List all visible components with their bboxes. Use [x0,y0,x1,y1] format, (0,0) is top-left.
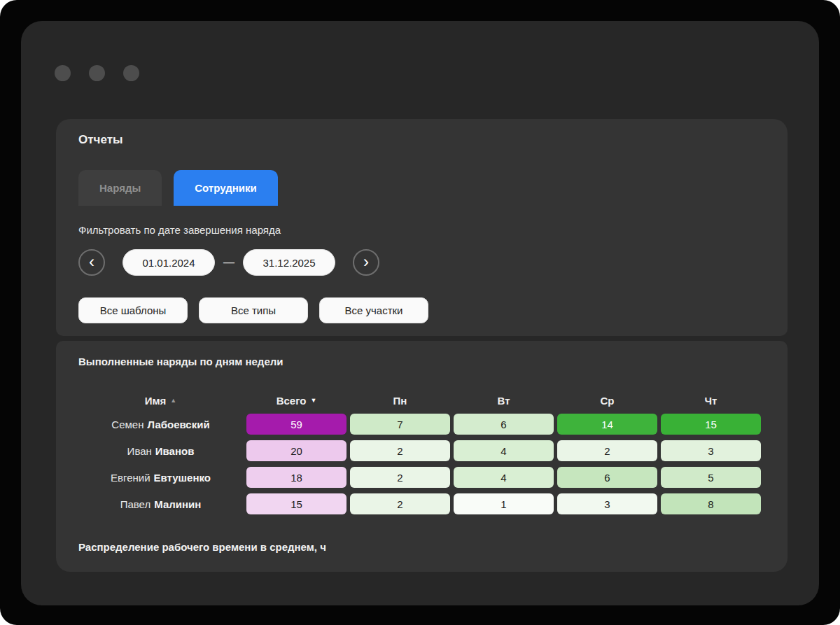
page-background: Отчеты Наряды Сотрудники Фильтровать по … [0,0,840,625]
employee-first-name: Евгений [111,472,150,484]
heatmap-cell: 2 [350,467,450,488]
employee-last-name: Иванов [155,445,195,457]
date-range-controls: ‹ 01.01.2024 — 31.12.2025 › [78,249,379,276]
date-from-button[interactable]: 01.01.2024 [122,249,215,276]
heatmap-cell: 6 [557,467,657,488]
heatmap-cell: 3 [557,493,657,514]
tab-orders[interactable]: Наряды [78,170,162,206]
column-header-total[interactable]: Всего ▼ [246,393,346,408]
heatmap-cell: 18 [246,467,346,488]
employee-name: Семен Лабоевский [78,414,243,435]
date-range-separator: — [223,256,234,269]
weekday-section-title: Выполненные наряды по дням недели [78,356,284,367]
tab-employees[interactable]: Сотрудники [174,170,277,206]
employee-first-name: Семен [111,419,144,430]
time-distribution-title: Распределение рабочего времени в среднем… [78,541,326,553]
column-header-total-label: Всего [276,395,307,407]
heatmap-cell: 15 [246,493,346,514]
next-period-button[interactable]: › [353,249,379,276]
heatmap-cell: 2 [350,493,450,514]
employee-last-name: Лабоевский [147,419,209,430]
heatmap-cell: 4 [454,467,554,488]
employee-name: Павел Малинин [78,493,243,514]
column-header-tue: Вт [454,393,554,408]
employee-name: Иван Иванов [78,440,243,461]
prev-period-button[interactable]: ‹ [78,249,105,276]
heatmap-cell: 2 [557,440,657,461]
employee-first-name: Иван [127,445,152,457]
heatmap-cell: 59 [246,414,346,435]
weekday-heatmap-table: Имя ▲ Всего ▼ Пн Вт Ср Чт Семен Лабоевск… [78,393,761,514]
page-title: Отчеты [78,133,123,147]
heatmap-cell: 14 [557,414,657,435]
date-filter-label: Фильтровать по дате завершения наряда [78,224,281,236]
filter-dropdowns: Все шаблоны Все типы Все участки [78,297,428,323]
heatmap-cell: 6 [454,414,554,435]
window-controls [55,65,139,81]
sort-asc-icon: ▲ [170,397,176,404]
heatmap-cell: 3 [661,440,761,461]
employee-last-name: Евтушенко [154,472,211,484]
employee-name: Евгений Евтушенко [78,467,243,488]
heatmap-cell: 1 [454,493,554,514]
chevron-right-icon: › [363,253,369,270]
column-header-name-label: Имя [145,395,167,407]
employee-first-name: Павел [120,498,151,510]
report-tabs: Наряды Сотрудники [78,170,278,206]
sort-desc-icon: ▼ [310,397,316,404]
date-range: 01.01.2024 — 31.12.2025 [122,249,335,276]
reports-panel: Отчеты Наряды Сотрудники Фильтровать по … [56,119,788,336]
column-header-wed: Ср [557,393,657,408]
heatmap-cell: 4 [454,440,554,461]
sections-filter-button[interactable]: Все участки [319,297,428,323]
app-window: Отчеты Наряды Сотрудники Фильтровать по … [21,21,819,605]
window-dot [123,65,139,81]
heatmap-cell: 15 [661,414,761,435]
employee-last-name: Малинин [154,498,201,510]
date-to-button[interactable]: 31.12.2025 [243,249,335,276]
heatmap-cell: 8 [661,493,761,514]
types-filter-button[interactable]: Все типы [199,297,308,323]
heatmap-cell: 2 [350,440,450,461]
heatmap-cell: 5 [661,467,761,488]
templates-filter-button[interactable]: Все шаблоны [78,297,188,323]
column-header-mon: Пн [350,393,450,408]
weekday-report-panel: Выполненные наряды по дням недели Имя ▲ … [56,341,788,572]
window-dot [89,65,105,81]
window-dot [55,65,71,81]
heatmap-cell: 20 [246,440,346,461]
heatmap-cell: 7 [350,414,450,435]
chevron-left-icon: ‹ [89,253,94,270]
column-header-name[interactable]: Имя ▲ [78,393,243,408]
column-header-thu: Чт [661,393,761,408]
